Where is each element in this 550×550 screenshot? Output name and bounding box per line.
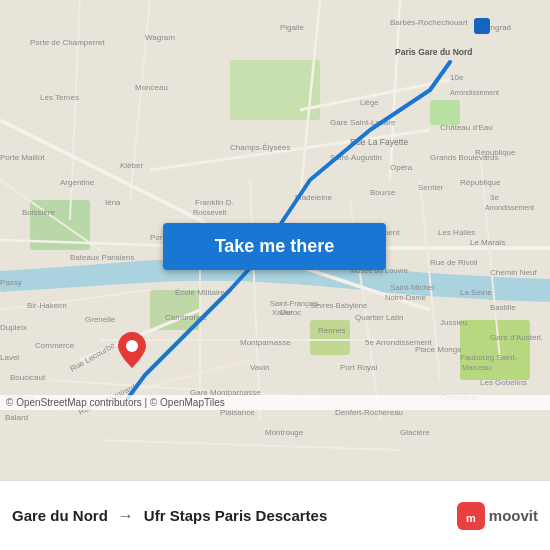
svg-text:Liège: Liège xyxy=(360,98,378,107)
svg-text:Xavier: Xavier xyxy=(272,308,294,317)
destination-marker xyxy=(474,18,490,34)
svg-rect-6 xyxy=(430,100,460,125)
svg-text:Le Marais: Le Marais xyxy=(470,238,505,247)
svg-text:Opéra: Opéra xyxy=(390,163,413,172)
svg-text:Place Monge: Place Monge xyxy=(415,345,462,354)
svg-text:Bateaux Parisiens: Bateaux Parisiens xyxy=(70,253,134,262)
svg-text:Kléber: Kléber xyxy=(120,161,143,170)
footer: Gare du Nord → Ufr Staps Paris Descartes… xyxy=(0,480,550,550)
svg-text:Rennes: Rennes xyxy=(318,326,346,335)
svg-text:Wagram: Wagram xyxy=(145,33,175,42)
svg-text:République: République xyxy=(475,148,516,157)
svg-text:Les Gobelins: Les Gobelins xyxy=(480,378,527,387)
svg-text:Les Ternes: Les Ternes xyxy=(40,93,79,102)
svg-text:Balard: Balard xyxy=(5,413,28,422)
svg-text:Lavel: Lavel xyxy=(0,353,19,362)
svg-text:Paris Gare du Nord: Paris Gare du Nord xyxy=(395,47,472,57)
svg-text:Franklin D.: Franklin D. xyxy=(195,198,234,207)
footer-arrow: → xyxy=(118,507,134,525)
svg-text:Commerce: Commerce xyxy=(35,341,75,350)
svg-text:m: m xyxy=(466,512,476,524)
svg-text:10e: 10e xyxy=(450,73,464,82)
svg-text:Grenelle: Grenelle xyxy=(85,315,116,324)
svg-text:Monceau: Monceau xyxy=(135,83,168,92)
svg-text:Passy: Passy xyxy=(0,278,22,287)
svg-text:Dupleix: Dupleix xyxy=(0,323,27,332)
svg-text:3e: 3e xyxy=(490,193,499,202)
svg-text:Vavin: Vavin xyxy=(250,363,269,372)
svg-text:Arrondissement: Arrondissement xyxy=(485,204,534,211)
svg-text:Pigalle: Pigalle xyxy=(280,23,305,32)
svg-rect-2 xyxy=(230,60,320,120)
svg-text:Porte de Champerret: Porte de Champerret xyxy=(30,38,105,47)
svg-point-111 xyxy=(126,340,138,352)
footer-destination: Ufr Staps Paris Descartes xyxy=(144,507,327,524)
svg-text:Chemin Neuf: Chemin Neuf xyxy=(490,268,537,277)
svg-text:La Seine: La Seine xyxy=(460,288,492,297)
svg-text:Gare d'Austerl.: Gare d'Austerl. xyxy=(490,333,543,342)
svg-text:Boissière: Boissière xyxy=(22,208,55,217)
svg-text:Château d'Eau: Château d'Eau xyxy=(440,123,493,132)
svg-text:Champs-Élysées: Champs-Élysées xyxy=(230,143,290,152)
svg-text:Porte Maillot: Porte Maillot xyxy=(0,153,45,162)
svg-text:Bastille: Bastille xyxy=(490,303,516,312)
svg-text:Montrouge: Montrouge xyxy=(265,428,304,437)
svg-text:Bourse: Bourse xyxy=(370,188,396,197)
map-container: Porte de Champerret Wagram Pigalle Barbè… xyxy=(0,0,550,480)
moovit-logo-icon: m xyxy=(457,502,485,530)
svg-text:Roosevelt: Roosevelt xyxy=(193,208,227,217)
svg-text:Montparnasse: Montparnasse xyxy=(240,338,291,347)
svg-text:Glacière: Glacière xyxy=(400,428,430,437)
svg-text:Les Halles: Les Halles xyxy=(438,228,475,237)
moovit-logo-text: moovit xyxy=(489,507,538,524)
attribution-bar: © OpenStreetMap contributors | © OpenMap… xyxy=(0,395,550,410)
svg-text:École Militaire: École Militaire xyxy=(175,288,225,297)
svg-text:Sèvres-Babylone: Sèvres-Babylone xyxy=(310,301,367,310)
svg-text:Rue de Rivoli: Rue de Rivoli xyxy=(430,258,478,267)
svg-text:Port Royal: Port Royal xyxy=(340,363,378,372)
svg-text:Faubourg Saint-: Faubourg Saint- xyxy=(460,353,518,362)
svg-text:Saint-Michel: Saint-Michel xyxy=(390,283,434,292)
svg-text:Jussieu: Jussieu xyxy=(440,318,467,327)
footer-content: Gare du Nord → Ufr Staps Paris Descartes… xyxy=(12,502,538,530)
svg-text:Argentine: Argentine xyxy=(60,178,95,187)
take-me-there-button[interactable]: Take me there xyxy=(163,223,386,270)
svg-text:République: République xyxy=(460,178,501,187)
svg-text:Arrondissement: Arrondissement xyxy=(450,89,499,96)
svg-text:Bir-Hakeim: Bir-Hakeim xyxy=(27,301,67,310)
svg-text:Iéna: Iéna xyxy=(105,198,121,207)
footer-origin: Gare du Nord xyxy=(12,507,108,524)
svg-text:Sentier: Sentier xyxy=(418,183,444,192)
svg-text:Barbès-Rochechouart: Barbès-Rochechouart xyxy=(390,18,469,27)
svg-text:Notre-Dame: Notre-Dame xyxy=(385,293,426,302)
svg-text:Quartier Latin: Quartier Latin xyxy=(355,313,403,322)
svg-text:Marceau: Marceau xyxy=(462,363,491,372)
origin-marker xyxy=(118,332,146,372)
moovit-logo: m moovit xyxy=(457,502,538,530)
svg-text:Boucicaut: Boucicaut xyxy=(10,373,46,382)
